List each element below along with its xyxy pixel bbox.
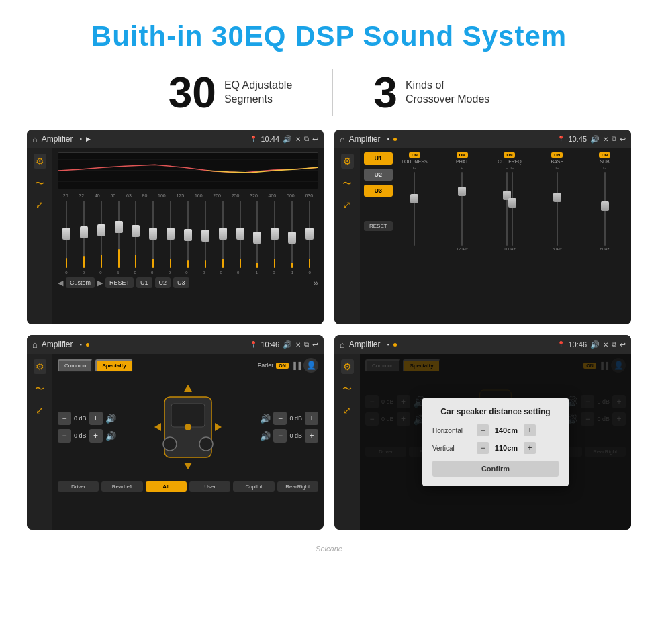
svg-marker-10 bbox=[184, 463, 192, 469]
eq-main: 25 32 40 50 63 80 100 125 160 200 250 32… bbox=[52, 148, 324, 324]
eq-next-btn[interactable]: ▶ bbox=[97, 279, 103, 287]
rearleft-btn[interactable]: RearLeft bbox=[101, 481, 142, 492]
fader-sidebar-wave-icon[interactable]: 〜 bbox=[35, 383, 44, 396]
eq-sidebar-expand-icon[interactable]: ⤢ bbox=[36, 199, 44, 210]
driver-btn[interactable]: Driver bbox=[58, 481, 99, 492]
eq-u1-btn[interactable]: U1 bbox=[136, 277, 152, 288]
eq-slider-8[interactable] bbox=[183, 201, 193, 268]
ch3-minus-btn[interactable]: − bbox=[273, 412, 287, 425]
crossover-topbar: ⌂ Amplifier ▪ 📍 10:45 🔊 ✕ ⧉ ↩ bbox=[334, 130, 631, 148]
window-icon[interactable]: ⧉ bbox=[304, 135, 309, 143]
crossover-sidebar-wave-icon[interactable]: 〜 bbox=[342, 178, 352, 190]
distance-dialog: Car speaker distance setting Horizontal … bbox=[422, 398, 569, 486]
fader-home-icon[interactable]: ⌂ bbox=[32, 340, 38, 350]
eq-slider-6[interactable] bbox=[148, 201, 158, 268]
fader-close-icon[interactable]: ✕ bbox=[295, 341, 301, 349]
crossover-close-icon[interactable]: ✕ bbox=[603, 136, 608, 143]
eq-slider-2[interactable] bbox=[79, 201, 89, 268]
eq-slider-3[interactable] bbox=[96, 201, 107, 268]
dialog-vertical-plus-btn[interactable]: + bbox=[524, 442, 536, 454]
eq-prev-btn[interactable]: ◀ bbox=[58, 279, 63, 287]
svg-marker-11 bbox=[154, 423, 161, 431]
ch4-minus-btn[interactable]: − bbox=[273, 429, 287, 443]
ch2-plus-btn[interactable]: + bbox=[89, 429, 103, 443]
stat-crossover-number: 3 bbox=[373, 71, 397, 114]
preset-u1-btn[interactable]: U1 bbox=[364, 152, 393, 165]
confirm-button[interactable]: Confirm bbox=[432, 461, 559, 477]
svg-marker-12 bbox=[215, 423, 222, 431]
distance-title: Amplifier bbox=[349, 340, 381, 349]
eq-more-icon[interactable]: » bbox=[313, 277, 318, 288]
pin-icon: 📍 bbox=[250, 136, 257, 142]
eq-slider-12[interactable] bbox=[252, 201, 263, 268]
crossover-reset-btn[interactable]: RESET bbox=[364, 221, 393, 231]
preset-u2-btn[interactable]: U2 bbox=[364, 169, 393, 181]
eq-sidebar-sliders-icon[interactable]: ⚙ bbox=[34, 154, 46, 169]
user-btn[interactable]: User bbox=[189, 481, 230, 492]
stat-eq-label: EQ Adjustable Segments bbox=[224, 79, 292, 107]
eq-reset-btn[interactable]: RESET bbox=[105, 277, 134, 288]
crossover-sidebar-expand-icon[interactable]: ⤢ bbox=[343, 199, 351, 210]
all-btn[interactable]: All bbox=[146, 481, 187, 492]
eq-slider-11[interactable] bbox=[235, 201, 246, 268]
distance-sidebar-sliders-icon[interactable]: ⚙ bbox=[341, 359, 354, 374]
distance-home-icon[interactable]: ⌂ bbox=[340, 340, 345, 350]
eq-u3-btn[interactable]: U3 bbox=[173, 277, 189, 288]
eq-custom-btn[interactable]: Custom bbox=[66, 277, 95, 288]
fader-status-dot bbox=[86, 343, 89, 347]
fader-on-badge[interactable]: ON bbox=[276, 363, 289, 369]
eq-slider-7[interactable] bbox=[165, 201, 176, 268]
distance-back-icon[interactable]: ↩ bbox=[620, 340, 626, 349]
eq-sidebar-wave-icon[interactable]: 〜 bbox=[35, 178, 44, 190]
fader-window-icon[interactable]: ⧉ bbox=[304, 340, 309, 349]
crossover-back-icon[interactable]: ↩ bbox=[620, 135, 626, 144]
ch1-minus-btn[interactable]: − bbox=[58, 412, 71, 425]
eq-freq-labels: 25 32 40 50 63 80 100 125 160 200 250 32… bbox=[58, 193, 318, 198]
screens-grid: ⌂ Amplifier ▪ ▶ 📍 10:44 🔊 ✕ ⧉ ↩ ⚙ 〜 ⤢ bbox=[0, 130, 658, 543]
fader-sidebar-sliders-icon[interactable]: ⚙ bbox=[34, 359, 46, 374]
fader-pin-icon: 📍 bbox=[250, 341, 257, 348]
eq-slider-1[interactable] bbox=[61, 201, 72, 268]
specialty-tab-btn[interactable]: Specialty bbox=[95, 359, 132, 372]
dialog-horizontal-minus-btn[interactable]: − bbox=[477, 424, 489, 436]
svg-marker-9 bbox=[184, 385, 192, 392]
dialog-vertical-minus-btn[interactable]: − bbox=[477, 442, 489, 454]
eq-slider-15[interactable] bbox=[304, 201, 315, 268]
distance-status-dot bbox=[393, 343, 397, 347]
ch3-plus-btn[interactable]: + bbox=[305, 412, 318, 425]
stat-crossover-label: Kinds of Crossover Modes bbox=[406, 79, 489, 107]
distance-close-icon[interactable]: ✕ bbox=[603, 341, 608, 349]
eq-topbar: ⌂ Amplifier ▪ ▶ 📍 10:44 🔊 ✕ ⧉ ↩ bbox=[27, 130, 324, 148]
back-icon[interactable]: ↩ bbox=[312, 135, 318, 144]
person-icon-btn[interactable]: 👤 bbox=[303, 358, 318, 373]
eq-slider-14[interactable] bbox=[287, 201, 297, 268]
eq-slider-9[interactable] bbox=[200, 201, 211, 268]
crossover-home-icon[interactable]: ⌂ bbox=[340, 134, 345, 144]
fader-sidebar-expand-icon[interactable]: ⤢ bbox=[36, 405, 44, 416]
preset-u3-btn[interactable]: U3 bbox=[364, 185, 393, 197]
home-icon[interactable]: ⌂ bbox=[32, 134, 38, 144]
eq-slider-13[interactable] bbox=[269, 201, 280, 268]
rearright-btn[interactable]: RearRight bbox=[277, 481, 318, 492]
crossover-sidebar-sliders-icon[interactable]: ⚙ bbox=[341, 154, 354, 169]
distance-record-icon: ▪ bbox=[387, 341, 389, 348]
eq-u2-btn[interactable]: U2 bbox=[155, 277, 171, 288]
distance-sidebar-wave-icon[interactable]: 〜 bbox=[342, 383, 352, 396]
dialog-title: Car speaker distance setting bbox=[432, 407, 559, 416]
dialog-horizontal-plus-btn[interactable]: + bbox=[524, 424, 536, 436]
distance-sidebar-expand-icon[interactable]: ⤢ bbox=[343, 405, 351, 416]
common-tab-btn[interactable]: Common bbox=[58, 359, 93, 372]
ch1-plus-btn[interactable]: + bbox=[89, 412, 103, 425]
eq-slider-10[interactable] bbox=[218, 201, 228, 268]
eq-slider-4[interactable] bbox=[113, 201, 124, 268]
ch2-minus-btn[interactable]: − bbox=[58, 429, 71, 443]
ch4-plus-btn[interactable]: + bbox=[305, 429, 318, 443]
copilot-btn[interactable]: Copilot bbox=[233, 481, 274, 492]
crossover-window-icon[interactable]: ⧉ bbox=[612, 135, 616, 143]
eq-graph bbox=[58, 152, 318, 189]
close-icon[interactable]: ✕ bbox=[295, 136, 301, 143]
fader-back-icon[interactable]: ↩ bbox=[312, 340, 318, 349]
distance-window-icon[interactable]: ⧉ bbox=[612, 340, 616, 349]
eq-slider-5[interactable] bbox=[130, 201, 141, 268]
fader-main: Common Specialty Fader ON ▐▐ 👤 − 0 bbox=[52, 354, 324, 530]
